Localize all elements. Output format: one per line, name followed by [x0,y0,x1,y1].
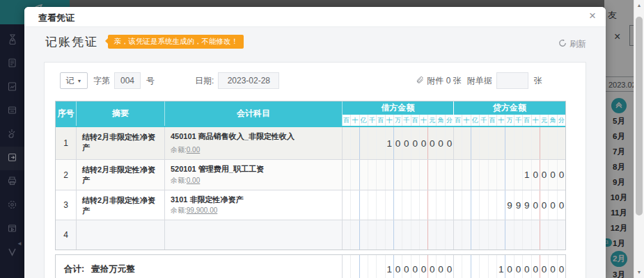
amount-digit-cell [462,190,471,220]
amount-digit-cell [497,127,505,159]
amount-digit-cell [454,190,462,220]
amount-digit-cell [360,127,368,159]
amount-digit-cell: 0 [437,255,445,278]
digit-column-label: 分 [558,115,565,126]
amount-digit-cell [515,127,523,159]
browser-scrollbar[interactable]: ▲ ▼ [634,0,644,278]
row-index-cell: 3 [56,190,77,220]
amount-digit-cell: 0 [549,255,557,278]
amount-digit-cell: 0 [558,160,565,190]
digit-column-label: 元 [428,115,437,126]
amount-digit-cell [437,160,445,190]
voucher-heading-row: 记账凭证 亲，该凭证是系统生成的，不能修改！ 刷新 [24,27,606,62]
amount-digit-cell [505,160,514,190]
date-input[interactable] [218,72,279,89]
voucher-word-select[interactable]: 记 ▼ [60,72,88,89]
digit-column-label: 分 [446,115,453,126]
amount-digit-cell [446,160,453,190]
subject-cell: 3101 非限定性净资产余额:99,900.00 [165,190,343,220]
amount-digit-cell [394,160,402,190]
digit-column-label: 十 [497,115,505,126]
close-icon[interactable]: × [589,9,596,23]
receipt-count-input[interactable] [496,72,528,89]
amount-digit-cell: 0 [523,255,531,278]
amount-digit-cell [343,255,351,278]
scrollbar-thumb[interactable] [636,17,643,215]
amount-digit-cell [351,127,359,159]
amount-digit-cell: 9 [523,190,531,220]
modal-header: 查看凭证 × [24,7,606,27]
amount-grid [454,127,565,159]
amount-digit-cell [402,160,411,190]
amount-digit-cell [540,220,549,250]
subject-name: 450101 商品销售收入_非限定性收入 [171,131,336,142]
amount-grid [343,220,453,250]
digit-column-label: 百 [523,115,531,126]
amount-digit-cell [377,220,385,250]
amount-digit-cell [489,255,497,278]
amount-digit-cell [411,220,420,250]
amount-digit-cell: 0 [420,127,428,159]
voucher-word-value: 记 [66,75,74,87]
amount-digit-cell: 9 [515,190,523,220]
amount-digit-cell: 0 [532,160,540,190]
debit-amount-cell: 10000000 [343,127,454,159]
amount-digit-cell: 0 [411,127,420,159]
amount-digit-cell [540,127,549,159]
amount-digit-cell [480,220,488,250]
debit-amount-cell [343,190,454,220]
digit-column-label: 千 [515,115,523,126]
summary-cell: 结转2月非限定性净资产 [77,160,165,190]
digit-column-label: 角 [437,115,445,126]
refresh-icon [558,39,567,49]
row-index-cell: 4 [56,220,77,250]
voucher-number-input[interactable] [114,72,141,89]
digit-column-label: 十 [351,115,359,126]
digit-column-label: 十 [420,115,428,126]
amount-digit-cell [402,220,411,250]
amount-digit-cell [505,220,514,250]
view-voucher-modal: 查看凭证 × 记账凭证 亲，该凭证是系统生成的，不能修改！ 刷新 [24,7,606,278]
refresh-button[interactable]: 刷新 [558,38,586,50]
amount-digit-cell: 0 [532,255,540,278]
amount-digit-cell [462,220,471,250]
debit-amount-cell [343,160,454,190]
amount-digit-cell [351,255,359,278]
amount-digit-cell [360,220,368,250]
amount-digit-cell: 1 [497,255,505,278]
amount-digit-cell: 0 [402,127,411,159]
refresh-label: 刷新 [570,38,586,50]
summary-cell: 结转2月非限定性净资产 [77,190,165,220]
row-index-cell: 2 [56,160,77,190]
summary-cell [77,220,165,250]
receipt-label: 附单据 [467,75,492,87]
amount-digit-cell [515,220,523,250]
amount-digit-cell [532,127,540,159]
voucher-row: 1结转2月非限定性净资产450101 商品销售收入_非限定性收入余额:0.001… [56,127,565,160]
amount-digit-cell [402,190,411,220]
amount-digit-cell [428,190,437,220]
amount-digit-cell: 0 [558,255,565,278]
amount-digit-cell [480,255,488,278]
amount-digit-cell [368,220,377,250]
attachment-link[interactable]: 附件 0 张 [416,75,461,87]
amount-digit-cell [471,190,480,220]
number-suffix-label: 号 [146,75,155,87]
amount-grid [343,160,453,190]
amount-digit-cell [360,190,368,220]
digit-column-label: 百 [343,115,351,126]
amount-digit-cell [454,255,462,278]
amount-digit-cell: 1 [386,127,394,159]
scrollbar-down-arrow-icon[interactable]: ▼ [634,268,644,277]
amount-digit-cell [462,160,471,190]
attachment-label: 附件 0 张 [427,75,461,87]
digit-column-label: 百 [411,115,420,126]
subject-cell: 520101 管理费用_职工工资余额:0.00 [165,160,343,190]
amount-digit-cell: 1 [523,160,531,190]
header-debit-group: 借方金额 百十亿千百十万千百十元角分 [343,101,454,126]
scrollbar-up-arrow-icon[interactable]: ▲ [634,1,644,10]
amount-grid: 9990000 [454,190,565,220]
voucher-row: 2结转2月非限定性净资产520101 管理费用_职工工资余额:0.0010000 [56,160,565,190]
amount-digit-cell [462,127,471,159]
amount-digit-cell [343,160,351,190]
